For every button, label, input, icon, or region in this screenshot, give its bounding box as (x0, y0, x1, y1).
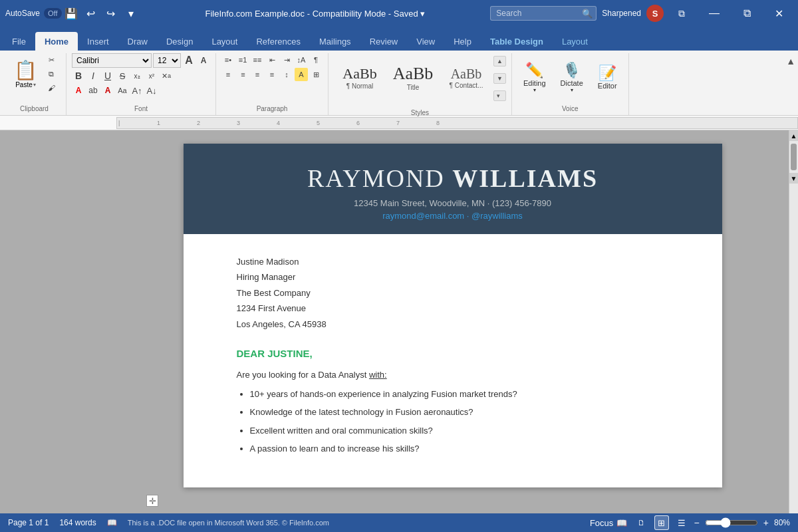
numbering-button[interactable]: ≡1 (236, 53, 249, 66)
format-painter-icon: 🖌 (48, 84, 55, 92)
justify-button[interactable]: ≡ (265, 68, 279, 81)
tab-review[interactable]: Review (360, 32, 408, 51)
focus-button[interactable]: Focus (595, 515, 609, 530)
editor-icon: 📝 (598, 65, 616, 82)
search-input[interactable] (490, 6, 597, 21)
bold-button[interactable]: B (72, 69, 85, 82)
align-left-button[interactable]: ≡ (221, 68, 235, 81)
zoom-in-button[interactable]: + (763, 517, 769, 528)
outline-button[interactable]: ☰ (674, 515, 689, 530)
style-title[interactable]: AaBb Title (387, 56, 439, 101)
zoom-out-button[interactable]: − (694, 517, 700, 528)
autosave-state: Off (48, 9, 57, 17)
close-button[interactable]: ✕ (765, 0, 793, 27)
tab-mailings[interactable]: Mailings (310, 32, 360, 51)
cut-button[interactable]: ✂ (45, 53, 58, 66)
restore-button[interactable]: ⧉ (734, 0, 760, 27)
styles-scroll-up[interactable]: ▲ (493, 56, 506, 66)
customize-qat-button[interactable]: ▾ (122, 4, 140, 23)
title-bar: AutoSave Off 💾 ↩ ↪ ▾ FileInfo.com Exampl… (0, 0, 798, 27)
dictate-button[interactable]: 🎙️ Dictate ▾ (555, 53, 589, 101)
multilevel-list-button[interactable]: ≡≡ (251, 53, 264, 66)
paragraph-label: Paragraph (216, 105, 328, 112)
style-contact[interactable]: AaBb ¶ Contact... (440, 56, 492, 101)
grow-btn2[interactable]: A↑ (130, 84, 144, 97)
tab-view[interactable]: View (407, 32, 444, 51)
strikethrough-button[interactable]: S (116, 69, 129, 82)
grow-font-button[interactable]: A (182, 54, 196, 67)
document-scroll[interactable]: RAYMOND WILLIAMS 12345 Main Street, Wood… (116, 130, 789, 513)
autosave-toggle[interactable]: Off (44, 8, 61, 19)
font-color-button[interactable]: A (101, 84, 114, 97)
word-count: 164 words (59, 518, 96, 527)
save-button[interactable]: 💾 (62, 4, 80, 23)
focus-label: Focus (590, 518, 613, 528)
style-normal[interactable]: AaBb ¶ Normal (334, 56, 386, 101)
font-family-select[interactable]: Calibri (72, 53, 152, 68)
clear-format-button[interactable]: ✕a (160, 69, 173, 82)
zoom-level: 80% (774, 518, 790, 527)
align-center-button[interactable]: ≡ (236, 68, 249, 81)
tab-draw[interactable]: Draw (118, 32, 157, 51)
minimize-button[interactable]: — (700, 0, 729, 27)
vertical-scrollbar[interactable]: ▲ ▼ (789, 130, 798, 513)
tab-design[interactable]: Design (157, 32, 202, 51)
italic-button[interactable]: I (86, 69, 100, 82)
web-layout-button[interactable]: ⊞ (654, 515, 669, 530)
ribbon-toggle-button[interactable]: ⧉ (669, 0, 694, 27)
editor-button[interactable]: 📝 Editor (592, 53, 623, 101)
highlight-button[interactable]: ab (86, 84, 100, 97)
shrink-font-button[interactable]: A (197, 54, 210, 67)
redo-button[interactable]: ↪ (102, 4, 120, 23)
zoom-slider[interactable] (705, 517, 758, 528)
with-underline: with: (369, 370, 387, 380)
move-handle[interactable]: ✛ (146, 495, 158, 507)
editing-button[interactable]: ✏️ Editing ▾ (517, 53, 552, 101)
undo-button[interactable]: ↩ (82, 4, 100, 23)
align-right-button[interactable]: ≡ (251, 68, 264, 81)
subscript-button[interactable]: x₂ (130, 69, 144, 82)
styles-scroll-down[interactable]: ▼ (493, 73, 506, 84)
scroll-thumb[interactable] (791, 144, 797, 170)
format-painter-button[interactable]: 🖌 (45, 81, 58, 94)
tab-help[interactable]: Help (444, 32, 481, 51)
change-case-button[interactable]: Aa (116, 84, 129, 97)
tab-insert[interactable]: Insert (78, 32, 118, 51)
tab-home[interactable]: Home (35, 32, 78, 51)
underline-button[interactable]: U (101, 69, 114, 82)
shrink-btn2[interactable]: A↓ (145, 84, 158, 97)
page-body: Justine Madison Hiring Manager The Best … (184, 234, 722, 487)
paste-button[interactable]: 📋 Paste ▾ (8, 53, 43, 94)
tab-references[interactable]: References (247, 32, 309, 51)
address-line1: Justine Madison (237, 254, 669, 269)
document-area: RAYMOND WILLIAMS 12345 Main Street, Wood… (0, 130, 798, 513)
styles-expand[interactable]: ▾ (493, 90, 506, 101)
collapse-ribbon-button[interactable]: ▲ (783, 53, 798, 115)
page-header: RAYMOND WILLIAMS 12345 Main Street, Wood… (184, 144, 722, 234)
font-size-select[interactable]: 12 (153, 53, 181, 68)
superscript-button[interactable]: x² (145, 69, 158, 82)
line-spacing-button[interactable]: ↕ (280, 68, 293, 81)
print-layout-button[interactable]: 🗋 (634, 515, 649, 530)
tab-layout2[interactable]: Layout (553, 32, 597, 51)
scroll-down-button[interactable]: ▼ (789, 173, 798, 184)
sort-button[interactable]: ↕A (295, 53, 308, 66)
bullets-button[interactable]: ≡• (221, 53, 235, 66)
tab-layout[interactable]: Layout (202, 32, 247, 51)
shading-button[interactable]: A (295, 68, 308, 81)
tab-file[interactable]: File (3, 32, 35, 51)
address-block: Justine Madison Hiring Manager The Best … (237, 254, 669, 332)
text-color-button[interactable]: A (72, 84, 85, 97)
copy-button[interactable]: ⧉ (45, 67, 58, 80)
style-contact-preview: AaBb (451, 67, 482, 80)
ruler-bar[interactable]: | 1 2 3 4 5 6 7 8 (116, 117, 798, 129)
read-mode-button[interactable]: 📖 (614, 515, 629, 530)
borders-button[interactable]: ⊞ (309, 68, 323, 81)
left-margin (0, 130, 116, 513)
show-formatting-button[interactable]: ¶ (309, 53, 323, 66)
proofing-icon[interactable]: 📖 (107, 518, 117, 527)
increase-indent-button[interactable]: ⇥ (280, 53, 293, 66)
tab-table-design[interactable]: Table Design (481, 32, 553, 51)
decrease-indent-button[interactable]: ⇤ (265, 53, 279, 66)
scroll-up-button[interactable]: ▲ (789, 130, 798, 141)
